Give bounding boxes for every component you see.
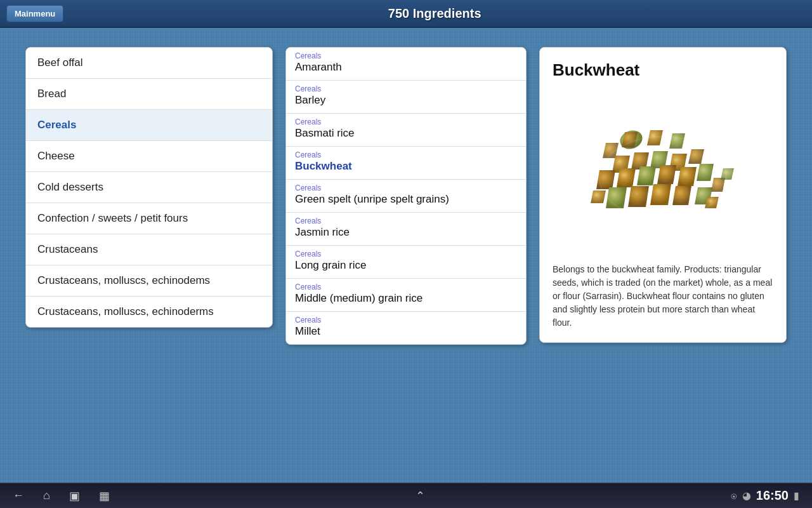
status-bar: ⍟ ◕ 16:50 ▮ xyxy=(731,488,799,503)
bottom-bar: ← ⌂ ▣ ▦ ⌃ ⍟ ◕ 16:50 ▮ xyxy=(0,483,812,508)
svg-marker-3 xyxy=(669,133,685,149)
ingredient-green-spelt-category: Cereals xyxy=(295,184,517,192)
up-chevron-icon[interactable]: ⌃ xyxy=(416,489,425,503)
svg-marker-19 xyxy=(672,186,691,205)
buckwheat-svg xyxy=(574,95,752,248)
ingredient-amaranth-name: Amaranth xyxy=(295,61,517,74)
category-beef-offal[interactable]: Beef offal xyxy=(26,48,272,79)
detail-panel: Buckwheat xyxy=(539,47,787,343)
svg-marker-12 xyxy=(637,166,656,185)
ingredient-barley-category: Cereals xyxy=(295,84,517,93)
android-icon: ◕ xyxy=(742,490,751,502)
svg-marker-24 xyxy=(721,168,734,180)
ingredient-medium-grain-name: Middle (medium) grain rice xyxy=(295,292,517,305)
home-icon[interactable]: ⌂ xyxy=(43,489,50,502)
clock: 16:50 xyxy=(756,488,789,503)
ingredient-amaranth[interactable]: Cereals Amaranth xyxy=(286,48,526,81)
ingredient-amaranth-category: Cereals xyxy=(295,51,517,60)
ingredient-buckwheat-name: Buckwheat xyxy=(295,160,517,173)
category-crustaceans-molluscs-2[interactable]: Crustaceans, molluscs, echinoderms xyxy=(26,297,272,327)
usb-icon: ⍟ xyxy=(731,490,737,502)
mainmenu-button[interactable]: Mainmenu xyxy=(6,5,63,22)
ingredient-basmati-name: Basmati rice xyxy=(295,127,517,140)
category-crustaceans-molluscs-1[interactable]: Crustaceans, molluscs, echinodems xyxy=(26,265,272,297)
ingredient-basmati-rice[interactable]: Cereals Basmati rice xyxy=(286,114,526,147)
ingredient-green-spelt[interactable]: Cereals Green spelt (unripe spelt grains… xyxy=(286,180,526,213)
ingredient-barley[interactable]: Cereals Barley xyxy=(286,81,526,114)
ingredient-millet[interactable]: Cereals Millet xyxy=(286,312,526,344)
ingredient-medium-grain-category: Cereals xyxy=(295,283,517,291)
ingredient-basmati-category: Cereals xyxy=(295,117,517,126)
category-cheese[interactable]: Cheese xyxy=(26,141,272,172)
battery-icon: ▮ xyxy=(794,490,799,502)
ingredient-medium-grain-rice[interactable]: Cereals Middle (medium) grain rice xyxy=(286,279,526,312)
ingredient-buckwheat[interactable]: Cereals Buckwheat xyxy=(286,147,526,180)
nav-icons-left: ← ⌂ ▣ ▦ xyxy=(13,489,110,503)
top-bar: Mainmenu 750 Ingredients xyxy=(0,0,812,28)
categories-panel: Beef offal Bread Cereals Cheese Cold des… xyxy=(25,47,273,328)
category-crustaceans[interactable]: Crustaceans xyxy=(26,234,272,265)
ingredient-barley-name: Barley xyxy=(295,94,517,107)
bottom-center: ⌃ xyxy=(416,489,425,503)
ingredient-millet-category: Cereals xyxy=(295,316,517,324)
svg-marker-13 xyxy=(657,165,676,184)
ingredient-jasmin-rice[interactable]: Cereals Jasmin rice xyxy=(286,213,526,246)
svg-marker-17 xyxy=(628,186,649,207)
svg-marker-18 xyxy=(650,184,671,205)
main-content: Beef offal Bread Cereals Cheese Cold des… xyxy=(0,28,812,483)
detail-title: Buckwheat xyxy=(553,60,773,80)
detail-image xyxy=(553,89,773,254)
category-confection[interactable]: Confection / sweets / petit fours xyxy=(26,203,272,234)
detail-description: Belongs to the buckwheat family. Product… xyxy=(553,263,773,330)
app-title: 750 Ingredients xyxy=(63,6,806,21)
svg-marker-9 xyxy=(688,149,704,164)
screenshot-icon[interactable]: ▦ xyxy=(99,489,110,503)
category-cereals[interactable]: Cereals xyxy=(26,110,272,141)
ingredient-buckwheat-category: Cereals xyxy=(295,150,517,159)
ingredient-green-spelt-name: Green spelt (unripe spelt grains) xyxy=(295,193,517,206)
ingredient-jasmin-category: Cereals xyxy=(295,217,517,225)
category-cold-desserts[interactable]: Cold desserts xyxy=(26,172,272,203)
recent-apps-icon[interactable]: ▣ xyxy=(69,489,80,503)
ingredient-long-grain-name: Long grain rice xyxy=(295,259,517,272)
ingredient-long-grain-rice[interactable]: Cereals Long grain rice xyxy=(286,246,526,279)
category-bread[interactable]: Bread xyxy=(26,79,272,110)
svg-marker-15 xyxy=(697,164,714,181)
svg-marker-14 xyxy=(678,167,697,186)
ingredients-panel: Cereals Amaranth Cereals Barley Cereals … xyxy=(285,47,527,345)
svg-marker-11 xyxy=(617,168,636,187)
ingredient-jasmin-name: Jasmin rice xyxy=(295,226,517,239)
ingredient-millet-name: Millet xyxy=(295,325,517,338)
ingredient-long-grain-category: Cereals xyxy=(295,250,517,258)
back-icon[interactable]: ← xyxy=(13,489,24,502)
